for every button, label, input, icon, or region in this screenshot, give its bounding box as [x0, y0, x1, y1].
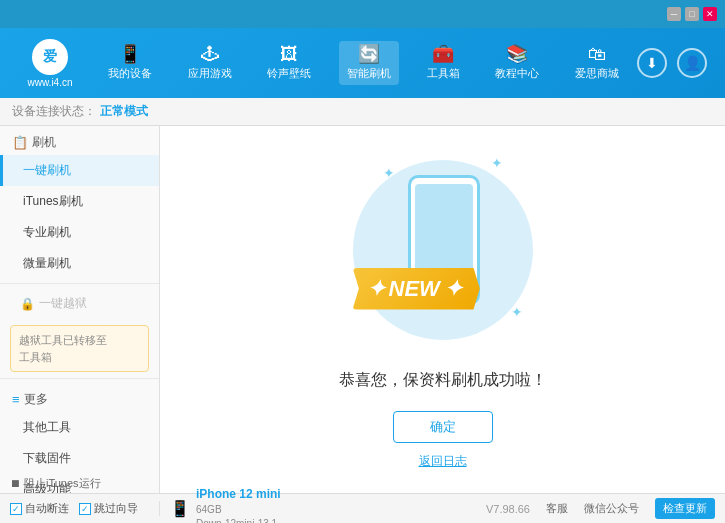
sidebar-item-micro-flash[interactable]: 微量刷机 — [0, 248, 159, 279]
micro-flash-label: 微量刷机 — [23, 256, 71, 270]
title-bar: ─ □ ✕ — [0, 0, 725, 28]
device-firmware: Down-12mini-13.1 — [196, 517, 281, 523]
nav-item-toolbox[interactable]: 🧰 工具箱 — [419, 41, 468, 85]
mall-icon: 🛍 — [588, 45, 606, 63]
auto-close-checkbox-box[interactable]: ✓ — [10, 503, 22, 515]
device-name: iPhone 12 mini — [196, 486, 281, 503]
nav-label-mall: 爱思商城 — [575, 66, 619, 81]
device-storage: 64GB — [196, 503, 281, 517]
sidebar: 📋 刷机 一键刷机 iTunes刷机 专业刷机 微量刷机 🔒 一键越狱 越狱工具… — [0, 126, 160, 493]
wechat-link[interactable]: 微信公众号 — [584, 501, 639, 516]
sparkle-1: ✦ — [383, 165, 395, 181]
notice-text: 越狱工具已转移至工具箱 — [19, 334, 107, 363]
footer: ✓ 自动断连 ✓ 跳过向导 📱 iPhone 12 mini 64GB Down… — [0, 493, 725, 523]
wallpaper-icon: 🖼 — [280, 45, 298, 63]
more-section-title: 更多 — [24, 391, 48, 408]
download-firmware-label: 下载固件 — [23, 451, 71, 465]
skip-wizard-label: 跳过向导 — [94, 501, 138, 516]
jailbreak-section-title: 一键越狱 — [39, 295, 87, 312]
nav-label-toolbox: 工具箱 — [427, 66, 460, 81]
stop-itunes-label: 阻止iTunes运行 — [24, 476, 101, 491]
sparkle-3: ✦ — [511, 304, 523, 320]
content-area: ✦ ✦ ✦ ✦ NEW ✦ 恭喜您，保资料刷机成功啦！ 确定 返回日志 — [160, 126, 725, 493]
itunes-flash-label: iTunes刷机 — [23, 194, 83, 208]
footer-right: V7.98.66 客服 微信公众号 检查更新 — [476, 498, 725, 519]
apps-icon: 🕹 — [201, 45, 219, 63]
sidebar-item-pro-flash[interactable]: 专业刷机 — [0, 217, 159, 248]
stop-itunes-icon: ⏹ — [10, 477, 21, 489]
device-details: iPhone 12 mini 64GB Down-12mini-13.1 — [196, 486, 281, 523]
success-message: 恭喜您，保资料刷机成功啦！ — [339, 370, 547, 391]
sidebar-divider-2 — [0, 378, 159, 379]
version-text: V7.98.66 — [486, 503, 530, 515]
customer-service-link[interactable]: 客服 — [546, 501, 568, 516]
sidebar-divider-1 — [0, 283, 159, 284]
download-button[interactable]: ⬇ — [637, 48, 667, 78]
status-bar: 设备连接状态： 正常模式 — [0, 98, 725, 126]
phone-icon: 📱 — [119, 45, 141, 63]
status-label: 设备连接状态： — [12, 103, 96, 120]
nav-item-mall[interactable]: 🛍 爱思商城 — [567, 41, 627, 85]
one-key-flash-label: 一键刷机 — [23, 163, 71, 177]
auto-close-checkbox[interactable]: ✓ 自动断连 — [10, 501, 69, 516]
nav-item-apps-games[interactable]: 🕹 应用游戏 — [180, 41, 240, 85]
status-value: 正常模式 — [100, 103, 148, 120]
device-icon: 📱 — [170, 499, 190, 518]
stop-itunes-button[interactable]: ⏹ 阻止iTunes运行 — [0, 473, 111, 493]
minimize-button[interactable]: ─ — [667, 7, 681, 21]
sidebar-section-jailbreak: 🔒 一键越狱 — [0, 288, 159, 319]
new-banner: ✦ NEW ✦ — [353, 268, 480, 310]
sidebar-item-other-tools[interactable]: 其他工具 — [0, 412, 159, 443]
footer-device-info: 📱 iPhone 12 mini 64GB Down-12mini-13.1 — [160, 486, 476, 523]
flash-section-title: 刷机 — [32, 134, 56, 151]
nav-items: 📱 我的设备 🕹 应用游戏 🖼 铃声壁纸 🔄 智能刷机 🧰 工具箱 📚 教程中心… — [90, 41, 637, 85]
nav-label-wallpaper: 铃声壁纸 — [267, 66, 311, 81]
phone-illustration: ✦ ✦ ✦ ✦ NEW ✦ — [343, 150, 543, 350]
nav-item-smart-flash[interactable]: 🔄 智能刷机 — [339, 41, 399, 85]
nav-label-apps-games: 应用游戏 — [188, 66, 232, 81]
close-button[interactable]: ✕ — [703, 7, 717, 21]
other-tools-label: 其他工具 — [23, 420, 71, 434]
user-button[interactable]: 👤 — [677, 48, 707, 78]
tutorial-icon: 📚 — [506, 45, 528, 63]
new-banner-text: NEW — [389, 276, 440, 302]
jailbreak-notice: 越狱工具已转移至工具箱 — [10, 325, 149, 372]
toolbox-icon: 🧰 — [432, 45, 454, 63]
smart-flash-icon: 🔄 — [358, 45, 380, 63]
confirm-button[interactable]: 确定 — [393, 411, 493, 443]
skip-wizard-checkbox-box[interactable]: ✓ — [79, 503, 91, 515]
sidebar-item-one-key-flash[interactable]: 一键刷机 — [0, 155, 159, 186]
skip-wizard-checkbox[interactable]: ✓ 跳过向导 — [79, 501, 138, 516]
auto-close-label: 自动断连 — [25, 501, 69, 516]
sidebar-section-flash: 📋 刷机 — [0, 126, 159, 155]
nav-item-tutorial[interactable]: 📚 教程中心 — [487, 41, 547, 85]
header: 爱 www.i4.cn 📱 我的设备 🕹 应用游戏 🖼 铃声壁纸 🔄 智能刷机 … — [0, 28, 725, 98]
footer-left: ✓ 自动断连 ✓ 跳过向导 — [0, 501, 160, 516]
logo-area: 爱 www.i4.cn — [10, 39, 90, 88]
nav-label-smart-flash: 智能刷机 — [347, 66, 391, 81]
logo-icon: 爱 — [32, 39, 68, 75]
nav-right-area: ⬇ 👤 — [637, 48, 715, 78]
logo-text: 爱 — [43, 48, 57, 66]
logo-url: www.i4.cn — [27, 77, 72, 88]
main-layout: 📋 刷机 一键刷机 iTunes刷机 专业刷机 微量刷机 🔒 一键越狱 越狱工具… — [0, 126, 725, 493]
more-section-icon: ≡ — [12, 392, 20, 407]
new-banner-star-right: ✦ — [444, 276, 462, 302]
nav-label-tutorial: 教程中心 — [495, 66, 539, 81]
nav-item-my-device[interactable]: 📱 我的设备 — [100, 41, 160, 85]
sparkle-2: ✦ — [491, 155, 503, 171]
check-update-button[interactable]: 检查更新 — [655, 498, 715, 519]
title-bar-controls: ─ □ ✕ — [667, 7, 717, 21]
lock-icon: 🔒 — [20, 297, 35, 311]
sidebar-item-download-firmware[interactable]: 下载固件 — [0, 443, 159, 474]
new-banner-star-left: ✦ — [367, 276, 385, 302]
back-link[interactable]: 返回日志 — [419, 453, 467, 470]
flash-section-icon: 📋 — [12, 135, 28, 150]
maximize-button[interactable]: □ — [685, 7, 699, 21]
sidebar-section-more: ≡ 更多 — [0, 383, 159, 412]
pro-flash-label: 专业刷机 — [23, 225, 71, 239]
nav-label-my-device: 我的设备 — [108, 66, 152, 81]
sidebar-item-itunes-flash[interactable]: iTunes刷机 — [0, 186, 159, 217]
nav-item-wallpaper[interactable]: 🖼 铃声壁纸 — [259, 41, 319, 85]
